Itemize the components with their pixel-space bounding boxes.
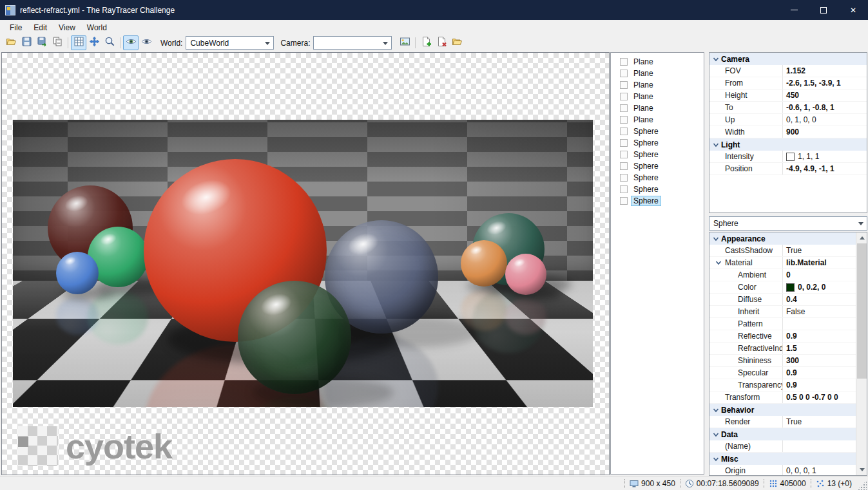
tree-item-checkbox[interactable] <box>620 139 628 147</box>
property-ambient[interactable]: Ambient0 <box>709 269 856 281</box>
properties-scrollbar[interactable] <box>856 232 867 475</box>
tree-item-sphere[interactable]: Sphere <box>611 149 704 160</box>
property-value[interactable]: 1, 1, 1 <box>782 151 867 162</box>
render-image-button[interactable] <box>397 35 412 50</box>
chevron-down-icon[interactable] <box>711 236 721 242</box>
property-from[interactable]: From-2.6, 1.5, -3.9, 1 <box>709 77 867 90</box>
section-misc[interactable]: Misc <box>709 453 856 465</box>
tree-item-sphere[interactable]: Sphere <box>611 126 704 137</box>
add-object-button[interactable] <box>418 35 434 50</box>
tree-item-plane[interactable]: Plane <box>611 56 704 68</box>
menu-file[interactable]: File <box>4 21 28 34</box>
tree-item-checkbox[interactable] <box>620 58 628 66</box>
zoom-button[interactable] <box>102 35 117 50</box>
property-material[interactable]: Materiallib.Material <box>709 257 856 269</box>
toggle-preview-button[interactable] <box>139 35 154 50</box>
close-button[interactable]: ✕ <box>838 0 868 20</box>
property-value[interactable]: True <box>782 245 856 256</box>
property-diffuse[interactable]: Diffuse0.4 <box>709 294 856 306</box>
toggle-grid-button[interactable] <box>71 35 86 50</box>
property-refractiveindex[interactable]: RefractiveIndex1.5 <box>709 343 856 355</box>
property-value[interactable]: 0.5 0 0 -0.7 0 0 <box>782 391 856 403</box>
chevron-down-icon[interactable] <box>711 407 721 413</box>
menu-edit[interactable]: Edit <box>28 21 53 34</box>
property-value[interactable]: False <box>782 306 856 317</box>
property-value[interactable]: -0.6, 1, -0.8, 1 <box>782 102 867 113</box>
section-light[interactable]: Light <box>709 138 867 151</box>
camera-combobox[interactable] <box>313 36 392 50</box>
property-value[interactable]: 0.9 <box>782 330 856 342</box>
property-value[interactable]: 0, 0, 0, 1 <box>782 465 856 475</box>
tree-item-sphere[interactable]: Sphere <box>611 172 704 184</box>
tree-item-checkbox[interactable] <box>620 174 628 182</box>
property-value[interactable]: 0.9 <box>782 379 856 391</box>
menu-world[interactable]: World <box>81 21 113 34</box>
section-data[interactable]: Data <box>709 428 856 440</box>
pan-button[interactable] <box>86 35 102 50</box>
property-color[interactable]: Color0, 0.2, 0 <box>709 281 856 294</box>
chevron-down-icon[interactable] <box>713 259 724 266</box>
tree-item-checkbox[interactable] <box>620 185 628 193</box>
property-pattern[interactable]: Pattern <box>709 318 856 330</box>
tree-item-checkbox[interactable] <box>620 70 628 77</box>
chevron-down-icon[interactable] <box>711 431 721 438</box>
object-type-combobox[interactable]: Sphere <box>709 216 867 231</box>
tree-item-sphere[interactable]: Sphere <box>611 137 704 149</box>
tree-item-sphere[interactable]: Sphere <box>611 195 704 207</box>
property-transform[interactable]: Transform0.5 0 0 -0.7 0 0 <box>709 391 856 404</box>
property-value[interactable]: 300 <box>782 355 856 366</box>
object-tree[interactable]: PlanePlanePlanePlanePlanePlaneSphereSphe… <box>610 52 704 475</box>
tree-item-sphere[interactable]: Sphere <box>611 184 704 195</box>
property-origin[interactable]: Origin0, 0, 0, 1 <box>709 465 856 475</box>
property-value[interactable]: 0, 1, 0, 0 <box>782 114 867 126</box>
property-height[interactable]: Height450 <box>709 90 867 102</box>
resize-grip[interactable] <box>857 480 867 490</box>
property-value[interactable]: True <box>782 416 856 428</box>
property-to[interactable]: To-0.6, 1, -0.8, 1 <box>709 102 867 114</box>
chevron-down-icon[interactable] <box>711 456 721 462</box>
property-value[interactable]: 1.152 <box>782 65 867 77</box>
open-file-button[interactable] <box>3 35 19 50</box>
tree-item-checkbox[interactable] <box>620 197 628 205</box>
tree-item-checkbox[interactable] <box>620 93 628 100</box>
property-width[interactable]: Width900 <box>709 126 867 138</box>
property-reflective[interactable]: Reflective0.9 <box>709 330 856 343</box>
property-name[interactable]: (Name) <box>709 440 856 453</box>
property-render[interactable]: RenderTrue <box>709 416 856 428</box>
chevron-down-icon[interactable] <box>711 142 721 148</box>
minimize-button[interactable] <box>779 0 809 20</box>
property-shininess[interactable]: Shininess300 <box>709 355 856 367</box>
property-fov[interactable]: FOV1.152 <box>709 65 867 77</box>
property-inherit[interactable]: InheritFalse <box>709 306 856 318</box>
property-up[interactable]: Up0, 1, 0, 0 <box>709 114 867 126</box>
save-button[interactable] <box>19 35 34 50</box>
tree-item-plane[interactable]: Plane <box>611 102 704 114</box>
tree-item-checkbox[interactable] <box>620 116 628 124</box>
property-intensity[interactable]: Intensity1, 1, 1 <box>709 151 867 163</box>
tree-item-plane[interactable]: Plane <box>611 114 704 126</box>
section-camera[interactable]: Camera <box>709 53 867 65</box>
world-combobox[interactable]: CubeWorld <box>186 36 274 50</box>
menu-view[interactable]: View <box>53 21 81 34</box>
copy-button[interactable] <box>50 35 65 50</box>
property-value[interactable]: -4.9, 4.9, -1, 1 <box>782 163 867 174</box>
tree-item-sphere[interactable]: Sphere <box>611 160 704 172</box>
save-as-button[interactable] <box>34 35 50 50</box>
remove-object-button[interactable] <box>434 35 449 50</box>
scroll-up-button[interactable] <box>856 232 867 243</box>
property-position[interactable]: Position-4.9, 4.9, -1, 1 <box>709 163 867 175</box>
tree-item-checkbox[interactable] <box>620 104 628 112</box>
property-specular[interactable]: Specular0.9 <box>709 367 856 379</box>
property-castsshadow[interactable]: CastsShadowTrue <box>709 245 856 257</box>
tree-item-checkbox[interactable] <box>620 151 628 158</box>
tree-item-plane[interactable]: Plane <box>611 91 704 102</box>
scroll-thumb[interactable] <box>857 243 867 379</box>
property-value[interactable] <box>782 440 856 452</box>
section-behavior[interactable]: Behavior <box>709 404 856 416</box>
property-value[interactable]: -2.6, 1.5, -3.9, 1 <box>782 77 867 89</box>
render-canvas[interactable]: cyotek <box>1 52 610 475</box>
scroll-down-button[interactable] <box>856 464 867 475</box>
property-value[interactable]: 0, 0.2, 0 <box>782 281 856 293</box>
property-value[interactable]: 0.4 <box>782 294 856 305</box>
property-value[interactable]: 900 <box>782 126 867 138</box>
